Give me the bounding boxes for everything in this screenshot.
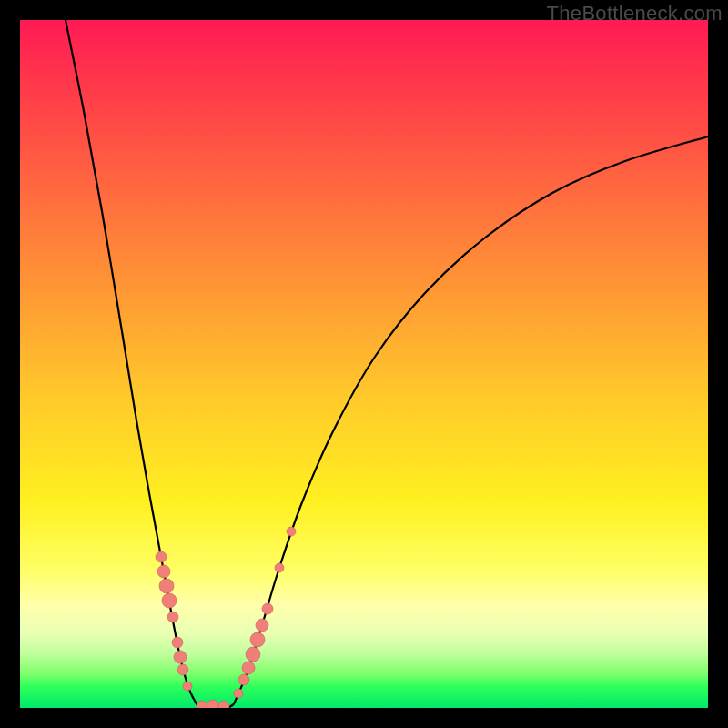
- marker-left-8: [183, 682, 192, 691]
- chart-svg: [20, 20, 708, 708]
- outer-frame: TheBottleneck.com: [0, 0, 728, 728]
- watermark-text: TheBottleneck.com: [547, 2, 723, 25]
- marker-flat-1: [207, 700, 219, 708]
- marker-left-1: [157, 565, 170, 578]
- marker-left-4: [167, 612, 178, 622]
- marker-right-7: [275, 563, 284, 572]
- bottleneck-curve: [66, 20, 708, 708]
- marker-right-4: [250, 632, 265, 647]
- marker-right-2: [242, 662, 255, 674]
- plot-area: [20, 20, 708, 708]
- marker-right-0: [234, 689, 243, 698]
- marker-right-8: [287, 527, 296, 536]
- marker-left-6: [174, 651, 187, 663]
- marker-left-7: [177, 664, 188, 675]
- marker-left-5: [172, 637, 183, 648]
- marker-right-3: [246, 647, 260, 662]
- curve-group: [66, 20, 708, 708]
- marker-flat-2: [218, 701, 229, 708]
- marker-flat-0: [197, 701, 207, 708]
- marker-right-6: [262, 603, 273, 614]
- marker-left-0: [156, 551, 167, 562]
- marker-left-3: [162, 593, 177, 608]
- markers-group: [156, 527, 296, 708]
- marker-left-2: [159, 579, 174, 593]
- marker-right-1: [238, 674, 249, 685]
- marker-right-5: [256, 619, 268, 632]
